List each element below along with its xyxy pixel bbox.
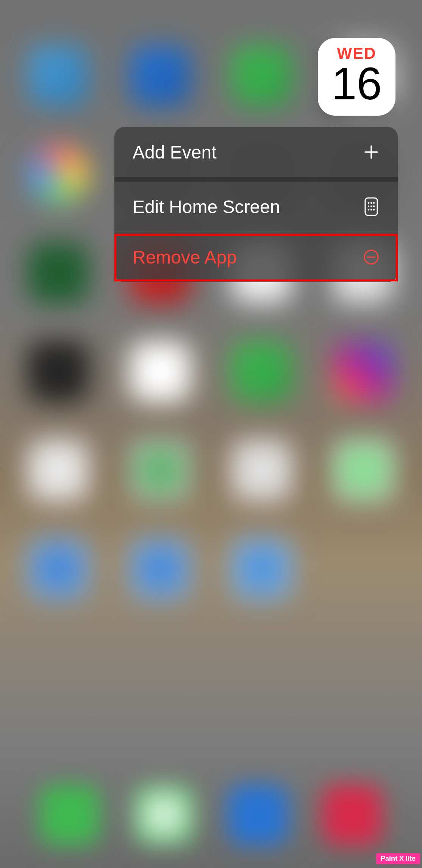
svg-point-4 [368, 206, 369, 207]
svg-point-6 [373, 206, 375, 207]
menu-item-add-event[interactable]: Add Event [114, 127, 398, 177]
menu-item-remove-app[interactable]: Remove App [114, 232, 398, 282]
phone-icon [363, 198, 380, 215]
svg-point-3 [373, 202, 375, 204]
menu-item-edit-home-screen[interactable]: Edit Home Screen [114, 182, 398, 232]
context-menu: Add Event Edit Home Screen [114, 127, 398, 282]
watermark: Paint X lite [376, 853, 420, 864]
svg-point-5 [370, 206, 372, 207]
svg-point-7 [368, 209, 369, 210]
svg-point-1 [368, 202, 369, 204]
minus-circle-icon [363, 249, 380, 265]
menu-item-label: Remove App [133, 247, 237, 268]
svg-point-8 [370, 209, 372, 210]
plus-icon [363, 144, 380, 160]
svg-point-2 [370, 202, 372, 204]
calendar-day-number: 16 [331, 61, 382, 106]
menu-item-label: Add Event [133, 142, 216, 163]
calendar-app-icon[interactable]: WED 16 [318, 38, 395, 116]
svg-point-9 [373, 209, 375, 210]
menu-separator [114, 177, 398, 182]
dock [0, 762, 422, 868]
menu-item-label: Edit Home Screen [133, 196, 280, 217]
